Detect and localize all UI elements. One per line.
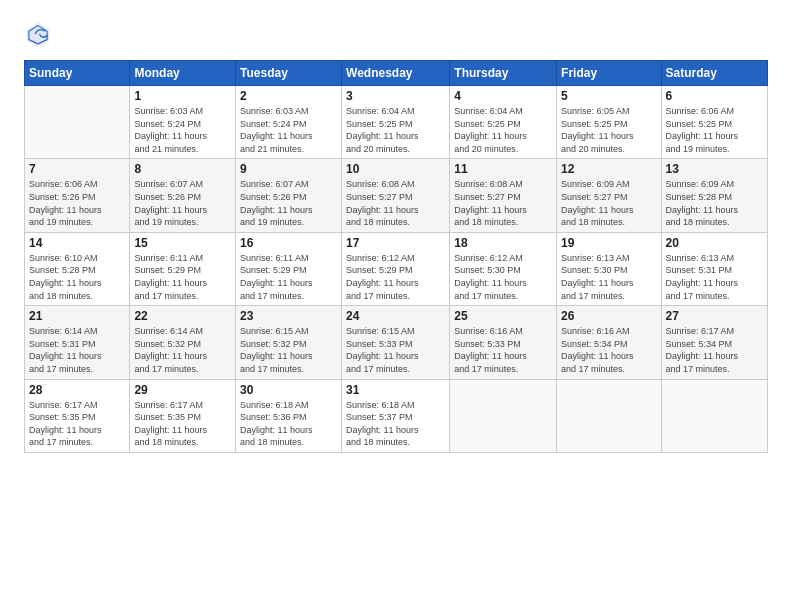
- day-number: 7: [29, 162, 125, 176]
- page: SundayMondayTuesdayWednesdayThursdayFrid…: [0, 0, 792, 612]
- day-info: Sunrise: 6:13 AM Sunset: 5:30 PM Dayligh…: [561, 252, 656, 302]
- day-number: 18: [454, 236, 552, 250]
- day-info: Sunrise: 6:18 AM Sunset: 5:37 PM Dayligh…: [346, 399, 445, 449]
- calendar-header-friday: Friday: [557, 61, 661, 86]
- calendar-day: 10Sunrise: 6:08 AM Sunset: 5:27 PM Dayli…: [342, 159, 450, 232]
- day-info: Sunrise: 6:11 AM Sunset: 5:29 PM Dayligh…: [240, 252, 337, 302]
- logo: [24, 20, 58, 48]
- day-info: Sunrise: 6:17 AM Sunset: 5:35 PM Dayligh…: [29, 399, 125, 449]
- day-number: 8: [134, 162, 231, 176]
- day-number: 28: [29, 383, 125, 397]
- day-info: Sunrise: 6:03 AM Sunset: 5:24 PM Dayligh…: [240, 105, 337, 155]
- day-number: 27: [666, 309, 763, 323]
- day-number: 29: [134, 383, 231, 397]
- day-info: Sunrise: 6:18 AM Sunset: 5:36 PM Dayligh…: [240, 399, 337, 449]
- calendar-header-wednesday: Wednesday: [342, 61, 450, 86]
- calendar-header-saturday: Saturday: [661, 61, 767, 86]
- day-number: 1: [134, 89, 231, 103]
- calendar-day: 21Sunrise: 6:14 AM Sunset: 5:31 PM Dayli…: [25, 306, 130, 379]
- calendar-day: 12Sunrise: 6:09 AM Sunset: 5:27 PM Dayli…: [557, 159, 661, 232]
- day-info: Sunrise: 6:15 AM Sunset: 5:32 PM Dayligh…: [240, 325, 337, 375]
- calendar-week-row: 7Sunrise: 6:06 AM Sunset: 5:26 PM Daylig…: [25, 159, 768, 232]
- calendar-header-thursday: Thursday: [450, 61, 557, 86]
- calendar-day: 3Sunrise: 6:04 AM Sunset: 5:25 PM Daylig…: [342, 86, 450, 159]
- header: [24, 20, 768, 48]
- day-info: Sunrise: 6:16 AM Sunset: 5:34 PM Dayligh…: [561, 325, 656, 375]
- calendar-header-tuesday: Tuesday: [236, 61, 342, 86]
- calendar-day: 30Sunrise: 6:18 AM Sunset: 5:36 PM Dayli…: [236, 379, 342, 452]
- day-number: 3: [346, 89, 445, 103]
- day-info: Sunrise: 6:08 AM Sunset: 5:27 PM Dayligh…: [454, 178, 552, 228]
- calendar-week-row: 28Sunrise: 6:17 AM Sunset: 5:35 PM Dayli…: [25, 379, 768, 452]
- day-number: 23: [240, 309, 337, 323]
- day-number: 2: [240, 89, 337, 103]
- calendar-day: [25, 86, 130, 159]
- day-number: 19: [561, 236, 656, 250]
- day-info: Sunrise: 6:04 AM Sunset: 5:25 PM Dayligh…: [346, 105, 445, 155]
- calendar-day: 31Sunrise: 6:18 AM Sunset: 5:37 PM Dayli…: [342, 379, 450, 452]
- calendar-day: 2Sunrise: 6:03 AM Sunset: 5:24 PM Daylig…: [236, 86, 342, 159]
- day-info: Sunrise: 6:10 AM Sunset: 5:28 PM Dayligh…: [29, 252, 125, 302]
- day-number: 12: [561, 162, 656, 176]
- day-info: Sunrise: 6:17 AM Sunset: 5:35 PM Dayligh…: [134, 399, 231, 449]
- calendar-week-row: 14Sunrise: 6:10 AM Sunset: 5:28 PM Dayli…: [25, 232, 768, 305]
- day-number: 31: [346, 383, 445, 397]
- calendar-day: 26Sunrise: 6:16 AM Sunset: 5:34 PM Dayli…: [557, 306, 661, 379]
- calendar-day: [557, 379, 661, 452]
- day-info: Sunrise: 6:05 AM Sunset: 5:25 PM Dayligh…: [561, 105, 656, 155]
- calendar-day: 5Sunrise: 6:05 AM Sunset: 5:25 PM Daylig…: [557, 86, 661, 159]
- calendar-day: 28Sunrise: 6:17 AM Sunset: 5:35 PM Dayli…: [25, 379, 130, 452]
- day-info: Sunrise: 6:14 AM Sunset: 5:31 PM Dayligh…: [29, 325, 125, 375]
- day-number: 21: [29, 309, 125, 323]
- calendar-day: 22Sunrise: 6:14 AM Sunset: 5:32 PM Dayli…: [130, 306, 236, 379]
- day-info: Sunrise: 6:12 AM Sunset: 5:30 PM Dayligh…: [454, 252, 552, 302]
- calendar-header-monday: Monday: [130, 61, 236, 86]
- calendar-day: 18Sunrise: 6:12 AM Sunset: 5:30 PM Dayli…: [450, 232, 557, 305]
- calendar-day: 13Sunrise: 6:09 AM Sunset: 5:28 PM Dayli…: [661, 159, 767, 232]
- calendar-day: 17Sunrise: 6:12 AM Sunset: 5:29 PM Dayli…: [342, 232, 450, 305]
- day-number: 16: [240, 236, 337, 250]
- calendar-week-row: 21Sunrise: 6:14 AM Sunset: 5:31 PM Dayli…: [25, 306, 768, 379]
- day-info: Sunrise: 6:17 AM Sunset: 5:34 PM Dayligh…: [666, 325, 763, 375]
- day-info: Sunrise: 6:07 AM Sunset: 5:26 PM Dayligh…: [134, 178, 231, 228]
- calendar-day: 4Sunrise: 6:04 AM Sunset: 5:25 PM Daylig…: [450, 86, 557, 159]
- day-number: 25: [454, 309, 552, 323]
- calendar-day: 1Sunrise: 6:03 AM Sunset: 5:24 PM Daylig…: [130, 86, 236, 159]
- calendar-day: 23Sunrise: 6:15 AM Sunset: 5:32 PM Dayli…: [236, 306, 342, 379]
- day-number: 17: [346, 236, 445, 250]
- calendar-day: 29Sunrise: 6:17 AM Sunset: 5:35 PM Dayli…: [130, 379, 236, 452]
- day-info: Sunrise: 6:06 AM Sunset: 5:25 PM Dayligh…: [666, 105, 763, 155]
- calendar-header-sunday: Sunday: [25, 61, 130, 86]
- calendar-day: 9Sunrise: 6:07 AM Sunset: 5:26 PM Daylig…: [236, 159, 342, 232]
- day-info: Sunrise: 6:06 AM Sunset: 5:26 PM Dayligh…: [29, 178, 125, 228]
- day-info: Sunrise: 6:12 AM Sunset: 5:29 PM Dayligh…: [346, 252, 445, 302]
- day-number: 4: [454, 89, 552, 103]
- calendar-day: 27Sunrise: 6:17 AM Sunset: 5:34 PM Dayli…: [661, 306, 767, 379]
- calendar-day: [450, 379, 557, 452]
- day-number: 11: [454, 162, 552, 176]
- calendar-day: 16Sunrise: 6:11 AM Sunset: 5:29 PM Dayli…: [236, 232, 342, 305]
- day-number: 30: [240, 383, 337, 397]
- day-info: Sunrise: 6:14 AM Sunset: 5:32 PM Dayligh…: [134, 325, 231, 375]
- day-number: 6: [666, 89, 763, 103]
- day-info: Sunrise: 6:04 AM Sunset: 5:25 PM Dayligh…: [454, 105, 552, 155]
- day-info: Sunrise: 6:08 AM Sunset: 5:27 PM Dayligh…: [346, 178, 445, 228]
- day-info: Sunrise: 6:16 AM Sunset: 5:33 PM Dayligh…: [454, 325, 552, 375]
- day-number: 24: [346, 309, 445, 323]
- calendar-day: 8Sunrise: 6:07 AM Sunset: 5:26 PM Daylig…: [130, 159, 236, 232]
- day-info: Sunrise: 6:09 AM Sunset: 5:28 PM Dayligh…: [666, 178, 763, 228]
- calendar-day: 19Sunrise: 6:13 AM Sunset: 5:30 PM Dayli…: [557, 232, 661, 305]
- day-number: 9: [240, 162, 337, 176]
- day-info: Sunrise: 6:11 AM Sunset: 5:29 PM Dayligh…: [134, 252, 231, 302]
- calendar-day: 20Sunrise: 6:13 AM Sunset: 5:31 PM Dayli…: [661, 232, 767, 305]
- day-number: 15: [134, 236, 231, 250]
- day-info: Sunrise: 6:09 AM Sunset: 5:27 PM Dayligh…: [561, 178, 656, 228]
- calendar-header-row: SundayMondayTuesdayWednesdayThursdayFrid…: [25, 61, 768, 86]
- day-number: 14: [29, 236, 125, 250]
- day-info: Sunrise: 6:13 AM Sunset: 5:31 PM Dayligh…: [666, 252, 763, 302]
- calendar-table: SundayMondayTuesdayWednesdayThursdayFrid…: [24, 60, 768, 453]
- calendar-day: 11Sunrise: 6:08 AM Sunset: 5:27 PM Dayli…: [450, 159, 557, 232]
- day-number: 26: [561, 309, 656, 323]
- day-info: Sunrise: 6:07 AM Sunset: 5:26 PM Dayligh…: [240, 178, 337, 228]
- calendar-day: 25Sunrise: 6:16 AM Sunset: 5:33 PM Dayli…: [450, 306, 557, 379]
